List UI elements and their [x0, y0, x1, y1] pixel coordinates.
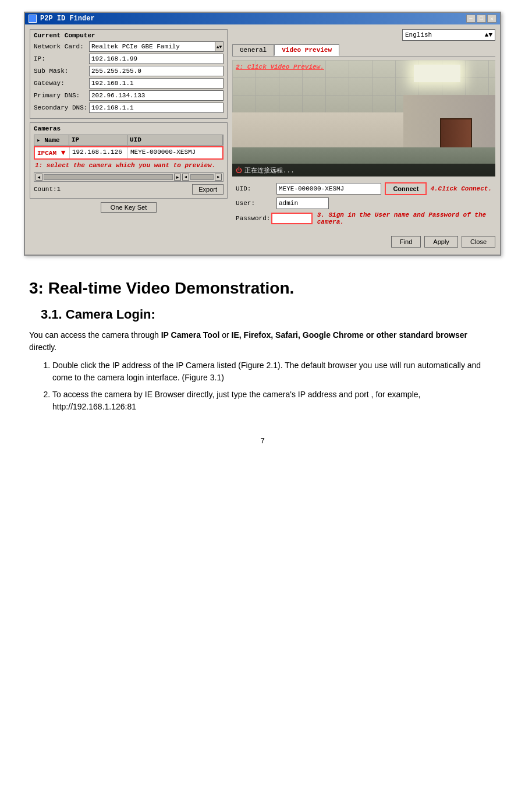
- gateway-label: Gateway:: [34, 80, 89, 87]
- one-key-row: One Key Set: [30, 202, 228, 213]
- bottom-buttons-row: Find Apply Close: [232, 234, 495, 250]
- app-window: P2P ID Finder ─ □ ✕ Current Computer: [24, 12, 501, 256]
- camera-uid-cell: MEYE-000000-XESMJ: [128, 147, 222, 158]
- connect-button[interactable]: Connect: [385, 182, 427, 195]
- ip-label: IP:: [34, 55, 89, 62]
- network-card-input-wrapper: Realtek PCIe GBE Family ▲▼: [89, 41, 224, 52]
- window-title: P2P ID Finder: [40, 15, 95, 23]
- connect-annotation: 4.Click Connect.: [430, 185, 492, 192]
- uid-section: UID: MEYE-000000-XESMJ Connect 4.Click C…: [232, 180, 495, 230]
- one-key-set-button[interactable]: One Key Set: [101, 202, 157, 213]
- primary-dns-label: Primary DNS:: [34, 92, 89, 99]
- tab-row: General Video Preview: [232, 44, 495, 57]
- connecting-text: 正在连接远程...: [244, 166, 295, 175]
- uid-input[interactable]: MEYE-000000-XESMJ: [276, 183, 381, 195]
- count-label: Count:1: [34, 186, 61, 193]
- app-icon: [29, 15, 37, 23]
- user-input[interactable]: admin: [276, 197, 329, 209]
- primary-dns-row: Primary DNS: 202.96.134.133: [34, 90, 224, 101]
- secondary-dns-input[interactable]: 192.168.1.1: [89, 103, 224, 113]
- scroll-left[interactable]: ◄: [36, 174, 42, 181]
- camera-name-cell: IPCAM ▼: [35, 147, 70, 158]
- uid-row: UID: MEYE-000000-XESMJ Connect 4.Click C…: [236, 182, 492, 195]
- language-select[interactable]: English ▲▼: [402, 29, 495, 41]
- current-computer-section: Current Computer Network Card: Realtek P…: [30, 29, 228, 119]
- password-label: Password:: [236, 215, 271, 222]
- submask-input[interactable]: 255.255.255.0: [89, 66, 224, 76]
- user-row: User: admin: [236, 197, 492, 209]
- password-row: Password: 3. Sign in the User name and P…: [236, 211, 492, 225]
- app-content: Current Computer Network Card: Realtek P…: [25, 24, 500, 255]
- export-button[interactable]: Export: [192, 184, 224, 195]
- gateway-row: Gateway: 192.168.1.1: [34, 78, 224, 89]
- list-item-2: To access the camera by IE Browser direc…: [52, 389, 496, 413]
- title-bar: P2P ID Finder ─ □ ✕: [25, 13, 500, 24]
- cameras-table-header: ▸ Name IP UID: [34, 135, 224, 146]
- right-panel: English ▲▼ General Video Preview: [232, 29, 495, 250]
- list-item-1: Double click the IP address of the IP Ca…: [52, 359, 496, 384]
- dropdown-arrow-icon: ▲▼: [485, 31, 492, 38]
- password-input[interactable]: [271, 213, 312, 224]
- section-heading: 3: Real-time Video Demonstration.: [29, 279, 496, 298]
- language-row: English ▲▼: [232, 29, 495, 41]
- submask-label: Sub Mask:: [34, 68, 89, 75]
- intro-paragraph: You can access the camera through IP Cam…: [29, 329, 496, 354]
- table-row[interactable]: IPCAM ▼ 192.168.1.126 MEYE-000000-XESMJ: [34, 146, 224, 160]
- close-button[interactable]: ✕: [487, 15, 496, 23]
- camera-room-image: [232, 60, 495, 176]
- signin-annotation: 3. Sign in the User name and Password of…: [317, 211, 492, 225]
- network-card-label: Network Card:: [34, 43, 89, 50]
- secondary-dns-label: Secondary DNS:: [34, 104, 89, 111]
- gateway-input[interactable]: 192.168.1.1: [89, 78, 224, 89]
- left-panel: Current Computer Network Card: Realtek P…: [30, 29, 228, 250]
- scroll-track: [44, 174, 173, 180]
- apply-button[interactable]: Apply: [424, 236, 458, 248]
- cameras-label: Cameras: [34, 125, 224, 132]
- user-label: User:: [236, 200, 276, 207]
- find-button[interactable]: Find: [391, 236, 421, 248]
- current-computer-label: Current Computer: [34, 32, 224, 39]
- select-camera-annotation: 1: select the camera which you want to p…: [34, 160, 224, 171]
- network-card-input[interactable]: Realtek PCIe GBE Family: [89, 41, 215, 52]
- uid-label: UID:: [236, 185, 276, 192]
- primary-dns-input[interactable]: 202.96.134.133: [89, 90, 224, 101]
- network-card-row: Network Card: Realtek PCIe GBE Family ▲▼: [34, 41, 224, 52]
- maximize-button[interactable]: □: [477, 15, 486, 23]
- scroll-size-left[interactable]: ◄: [182, 174, 189, 181]
- cameras-section: Cameras ▸ Name IP UID IPCAM ▼ 1: [30, 122, 228, 199]
- scroll-size-right[interactable]: ►: [215, 174, 222, 181]
- submask-row: Sub Mask: 255.255.255.0: [34, 66, 224, 76]
- video-preview-area: 2: Click Video Preview. ⏻ 正在连接远程...: [232, 60, 495, 176]
- page-number: 7: [23, 436, 502, 445]
- col-header-ip: IP: [69, 135, 127, 145]
- title-bar-left: P2P ID Finder: [29, 15, 95, 23]
- connecting-bar: ⏻ 正在连接远程...: [232, 164, 495, 176]
- minimize-button[interactable]: ─: [466, 15, 476, 23]
- text-content: 3: Real-time Video Demonstration. 3.1. C…: [23, 279, 502, 413]
- ip-input[interactable]: 192.168.1.99: [89, 54, 224, 64]
- scroll-bar: ◄ ► ◄ ►: [34, 172, 224, 182]
- scroll-track-2: [190, 174, 214, 180]
- scroll-right[interactable]: ►: [174, 174, 181, 181]
- secondary-dns-row: Secondary DNS: 192.168.1.1: [34, 103, 224, 113]
- tab-general[interactable]: General: [232, 44, 274, 56]
- close-button-bottom[interactable]: Close: [462, 236, 495, 248]
- numbered-list: Double click the IP address of the IP Ca…: [52, 359, 496, 413]
- network-card-arrow[interactable]: ▲▼: [215, 41, 224, 52]
- title-bar-buttons: ─ □ ✕: [466, 15, 496, 23]
- subsection-heading: 3.1. Camera Login:: [41, 307, 496, 322]
- camera-ip-cell: 192.168.1.126: [70, 147, 128, 158]
- ip-row: IP: 192.168.1.99: [34, 54, 224, 64]
- col-header-uid: UID: [127, 135, 223, 145]
- click-video-annotation: 2: Click Video Preview.: [236, 63, 324, 70]
- cameras-bottom-row: Count:1 Export: [34, 184, 224, 195]
- light-fixture: [414, 65, 460, 82]
- col-header-name: ▸ Name: [34, 135, 69, 145]
- connecting-icon: ⏻: [236, 167, 242, 174]
- page-container: P2P ID Finder ─ □ ✕ Current Computer: [0, 0, 525, 812]
- tab-video-preview[interactable]: Video Preview: [274, 44, 339, 56]
- screenshot-wrapper: P2P ID Finder ─ □ ✕ Current Computer: [23, 12, 502, 256]
